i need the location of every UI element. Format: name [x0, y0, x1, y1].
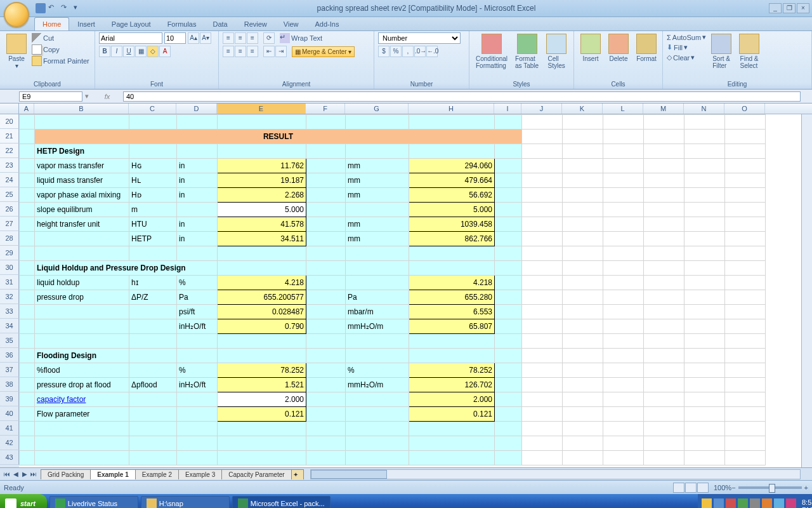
restore-button[interactable]: ❐	[783, 3, 796, 13]
tab-nav-next-icon[interactable]: ▶	[20, 471, 29, 478]
paste-button[interactable]: Paste▾	[4, 32, 29, 70]
qat-more-icon[interactable]: ▾	[74, 3, 84, 13]
col-header[interactable]: C	[129, 104, 176, 114]
delete-cells-button[interactable]: Delete	[606, 32, 631, 64]
find-select-button[interactable]: Find & Select	[737, 32, 762, 70]
merge-center-button[interactable]: ▦Merge & Center▾	[292, 46, 355, 57]
tray-icon[interactable]	[762, 498, 772, 508]
tab-home[interactable]: Home	[34, 17, 69, 30]
col-header[interactable]: E	[217, 104, 306, 114]
tray-icon[interactable]	[786, 498, 796, 508]
shrink-font-button[interactable]: A▾	[200, 32, 211, 44]
tray-icon[interactable]	[738, 498, 748, 508]
view-layout-icon[interactable]	[685, 483, 697, 493]
autosum-button[interactable]: ΣAutoSum▾	[667, 32, 706, 42]
row-header[interactable]: 21	[0, 129, 19, 144]
row-header[interactable]: 28	[0, 231, 19, 246]
row-header[interactable]: 41	[0, 421, 19, 436]
horizontal-scrollbar[interactable]	[310, 469, 801, 479]
inc-decimal-button[interactable]: .0→	[414, 46, 426, 57]
row-header[interactable]: 26	[0, 202, 19, 217]
sheet-tab[interactable]: Example 3	[178, 469, 222, 479]
taskbar-item[interactable]: Microsoft Excel - pack...	[232, 496, 331, 508]
row-header[interactable]: 40	[0, 406, 19, 421]
start-button[interactable]: start	[0, 494, 47, 508]
sheet-tab[interactable]: Example 2	[135, 469, 179, 479]
font-size-combo[interactable]	[164, 32, 186, 44]
number-format-combo[interactable]: Number	[378, 32, 461, 44]
comma-button[interactable]: ,	[402, 46, 414, 57]
tray-icon[interactable]	[714, 498, 724, 508]
indent-inc-button[interactable]: ⇥	[275, 46, 287, 57]
italic-button[interactable]: I	[111, 46, 122, 57]
row-header[interactable]: 22	[0, 144, 19, 158]
row-header[interactable]: 20	[0, 114, 19, 129]
row-header[interactable]: 23	[0, 158, 19, 173]
tray-icon[interactable]	[774, 498, 784, 508]
zoom-in-button[interactable]: +	[804, 484, 808, 491]
col-header[interactable]: J	[521, 104, 562, 114]
grow-font-button[interactable]: A▴	[188, 32, 199, 44]
cut-button[interactable]: Cut	[32, 32, 89, 44]
fx-icon[interactable]: fx	[105, 93, 110, 100]
font-name-combo[interactable]	[99, 32, 162, 44]
row-header[interactable]: 35	[0, 333, 19, 348]
insert-cells-button[interactable]: Insert	[578, 32, 603, 64]
row-header[interactable]: 33	[0, 304, 19, 319]
align-middle-button[interactable]: ≡	[235, 32, 246, 44]
orientation-button[interactable]: ⟳	[263, 32, 275, 44]
wrap-text-button[interactable]: ↵Wrap Text	[280, 32, 322, 44]
taskbar-item[interactable]: H:\snap	[141, 496, 230, 508]
capacity-factor-link[interactable]: capacity factor	[37, 395, 86, 404]
tab-addins[interactable]: Add-Ins	[306, 17, 347, 30]
row-header[interactable]: 36	[0, 348, 19, 363]
tab-formulas[interactable]: Formulas	[159, 17, 205, 30]
row-header[interactable]: 31	[0, 275, 19, 290]
col-header[interactable]: K	[562, 104, 603, 114]
redo-icon[interactable]: ↷	[61, 3, 71, 13]
row-header[interactable]: 37	[0, 363, 19, 377]
undo-icon[interactable]: ↶	[48, 3, 58, 13]
font-color-button[interactable]: A	[159, 46, 171, 57]
taskbar-item[interactable]: Livedrive Status	[49, 496, 138, 508]
col-header[interactable]: H	[409, 104, 494, 114]
tray-icon[interactable]	[702, 498, 712, 508]
save-icon[interactable]	[36, 3, 46, 13]
clock[interactable]: 8:51 PM	[798, 498, 808, 508]
row-header[interactable]: 29	[0, 246, 19, 260]
tab-nav-first-icon[interactable]: ⏮	[3, 471, 11, 478]
bold-button[interactable]: B	[99, 46, 110, 57]
row-header[interactable]: 34	[0, 319, 19, 333]
indent-dec-button[interactable]: ⇤	[263, 46, 275, 57]
tab-data[interactable]: Data	[204, 17, 235, 30]
row-header[interactable]: 32	[0, 290, 19, 304]
row-header[interactable]: 42	[0, 436, 19, 450]
row-header[interactable]: 38	[0, 377, 19, 392]
new-sheet-tab[interactable]: ✦	[291, 469, 304, 479]
align-right-button[interactable]: ≡	[247, 46, 258, 57]
cell-styles-button[interactable]: Cell Styles	[544, 32, 569, 70]
vertical-scrollbar[interactable]	[801, 114, 812, 467]
align-top-button[interactable]: ≡	[223, 32, 234, 44]
row-header[interactable]: 24	[0, 173, 19, 187]
row-header[interactable]: 25	[0, 187, 19, 202]
zoom-level[interactable]: 100%	[714, 484, 731, 491]
tray-icon[interactable]	[726, 498, 736, 508]
format-as-table-button[interactable]: Format as Table	[513, 32, 541, 70]
align-bottom-button[interactable]: ≡	[247, 32, 258, 44]
minimize-button[interactable]: _	[769, 3, 782, 13]
percent-button[interactable]: %	[390, 46, 402, 57]
sheet-tab[interactable]: Example 1	[90, 469, 135, 479]
underline-button[interactable]: U	[123, 46, 134, 57]
view-pagebreak-icon[interactable]	[697, 483, 709, 493]
tab-insert[interactable]: Insert	[69, 17, 103, 30]
tab-page-layout[interactable]: Page Layout	[103, 17, 159, 30]
row-header[interactable]: 43	[0, 450, 19, 465]
conditional-formatting-button[interactable]: Conditional Formatting	[473, 32, 510, 70]
fill-color-button[interactable]: ◇	[147, 46, 159, 57]
fill-button[interactable]: ⬇Fill▾	[667, 43, 706, 52]
select-all-corner[interactable]	[0, 104, 19, 114]
office-button[interactable]	[4, 2, 29, 27]
tab-view[interactable]: View	[275, 17, 307, 30]
zoom-slider[interactable]	[738, 486, 802, 489]
